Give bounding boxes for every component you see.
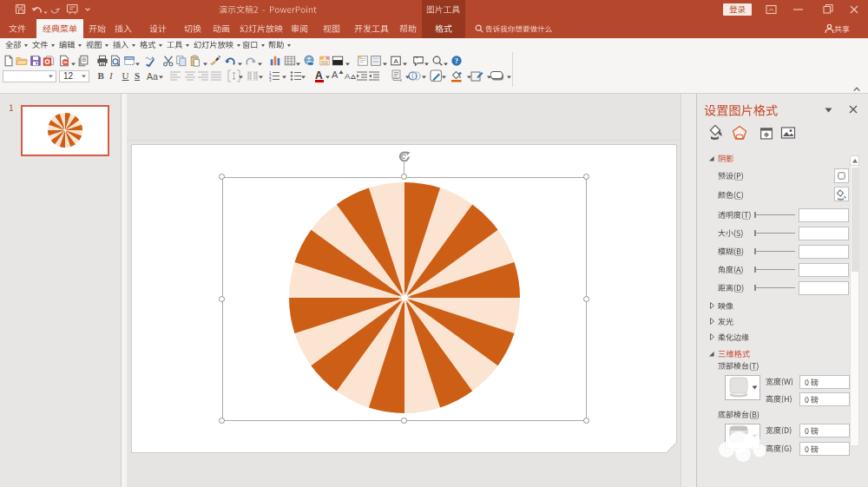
svg-text:A: A: [394, 57, 399, 65]
svg-text:3: 3: [269, 78, 272, 82]
svg-text:?: ?: [455, 56, 458, 65]
